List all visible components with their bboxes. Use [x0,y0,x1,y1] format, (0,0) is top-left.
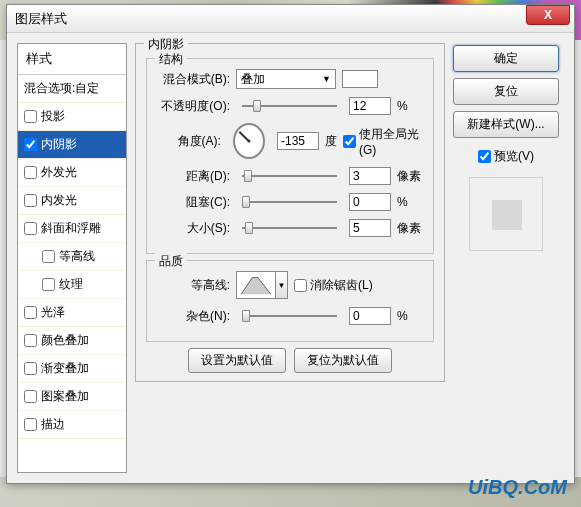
style-item-label: 内阴影 [41,136,77,153]
noise-input[interactable] [349,307,391,325]
style-item-check[interactable] [24,418,37,431]
blend-color-swatch[interactable] [342,70,378,88]
anti-alias-checkbox[interactable]: 消除锯齿(L) [294,277,373,294]
style-item-4[interactable]: 内发光 [18,187,126,215]
main-panel: 内阴影 结构 混合模式(B): 叠加 ▼ 不透明度(O): [135,43,445,473]
global-light-checkbox[interactable]: 使用全局光(G) [343,126,425,157]
style-item-12[interactable]: 描边 [18,411,126,439]
style-item-label: 投影 [41,108,65,125]
style-list: 样式 混合选项:自定投影内阴影外发光内发光斜面和浮雕等高线纹理光泽颜色叠加渐变叠… [17,43,127,473]
anti-alias-label: 消除锯齿(L) [310,277,373,294]
right-column: 确定 复位 新建样式(W)... 预览(V) [453,43,559,473]
style-item-0[interactable]: 混合选项:自定 [18,75,126,103]
style-item-1[interactable]: 投影 [18,103,126,131]
style-item-label: 图案叠加 [41,388,89,405]
cancel-button[interactable]: 复位 [453,78,559,105]
opacity-label: 不透明度(O): [155,98,230,115]
preview-checkbox[interactable]: 预览(V) [453,148,559,165]
style-item-label: 描边 [41,416,65,433]
style-item-check[interactable] [24,110,37,123]
blend-mode-combo[interactable]: 叠加 ▼ [236,69,336,89]
size-input[interactable] [349,219,391,237]
style-item-label: 纹理 [59,276,83,293]
distance-unit: 像素 [397,168,425,185]
choke-slider[interactable] [242,201,337,203]
opacity-slider[interactable] [242,105,337,107]
angle-dial[interactable] [233,123,265,159]
slider-thumb[interactable] [253,100,261,112]
distance-input[interactable] [349,167,391,185]
style-list-header: 样式 [18,44,126,75]
style-item-check[interactable] [24,138,37,151]
layer-style-dialog: 图层样式 X 样式 混合选项:自定投影内阴影外发光内发光斜面和浮雕等高线纹理光泽… [6,4,575,484]
quality-title: 品质 [155,253,187,270]
set-default-button[interactable]: 设置为默认值 [188,348,286,373]
slider-thumb[interactable] [245,222,253,234]
style-item-check[interactable] [24,334,37,347]
style-item-label: 斜面和浮雕 [41,220,101,237]
style-item-label: 渐变叠加 [41,360,89,377]
angle-input[interactable] [277,132,319,150]
choke-unit: % [397,195,425,209]
size-slider[interactable] [242,227,337,229]
style-item-5[interactable]: 斜面和浮雕 [18,215,126,243]
choke-input[interactable] [349,193,391,211]
window-title: 图层样式 [15,10,67,28]
choke-label: 阻塞(C): [155,194,230,211]
style-item-label: 混合选项:自定 [24,80,99,97]
style-item-label: 光泽 [41,304,65,321]
anti-alias-check[interactable] [294,279,307,292]
angle-center [247,140,250,143]
style-item-check[interactable] [42,278,55,291]
style-item-6[interactable]: 等高线 [18,243,126,271]
blend-mode-label: 混合模式(B): [155,71,230,88]
noise-unit: % [397,309,425,323]
style-item-label: 颜色叠加 [41,332,89,349]
noise-slider[interactable] [242,315,337,317]
chevron-down-icon: ▼ [322,74,331,84]
style-item-9[interactable]: 颜色叠加 [18,327,126,355]
style-item-3[interactable]: 外发光 [18,159,126,187]
global-light-label: 使用全局光(G) [359,126,425,157]
style-item-check[interactable] [24,166,37,179]
contour-label: 等高线: [155,277,230,294]
new-style-button[interactable]: 新建样式(W)... [453,111,559,138]
contour-picker[interactable] [236,271,276,299]
preview-label: 预览(V) [494,148,534,165]
quality-group: 品质 等高线: ▼ 消除锯齿(L) 杂色(N): [146,260,434,342]
close-button[interactable]: X [526,5,570,25]
size-unit: 像素 [397,220,425,237]
preview-check[interactable] [478,150,491,163]
slider-thumb[interactable] [244,170,252,182]
style-item-label: 外发光 [41,164,77,181]
slider-thumb[interactable] [242,196,250,208]
style-item-check[interactable] [24,362,37,375]
style-item-check[interactable] [24,222,37,235]
opacity-input[interactable] [349,97,391,115]
style-item-2[interactable]: 内阴影 [18,131,126,159]
blend-mode-value: 叠加 [241,71,265,88]
style-item-7[interactable]: 纹理 [18,271,126,299]
contour-dropdown[interactable]: ▼ [276,271,288,299]
style-item-11[interactable]: 图案叠加 [18,383,126,411]
slider-thumb[interactable] [242,310,250,322]
preview-swatch [492,200,522,230]
angle-label: 角度(A): [155,133,221,150]
close-icon: X [544,8,552,22]
size-label: 大小(S): [155,220,230,237]
distance-slider[interactable] [242,175,337,177]
style-item-10[interactable]: 渐变叠加 [18,355,126,383]
style-item-check[interactable] [24,306,37,319]
content: 样式 混合选项:自定投影内阴影外发光内发光斜面和浮雕等高线纹理光泽颜色叠加渐变叠… [7,33,574,483]
angle-unit: 度 [325,133,337,150]
style-item-label: 等高线 [59,248,95,265]
style-item-check[interactable] [24,390,37,403]
style-item-8[interactable]: 光泽 [18,299,126,327]
opacity-unit: % [397,99,425,113]
noise-label: 杂色(N): [155,308,230,325]
ok-button[interactable]: 确定 [453,45,559,72]
reset-default-button[interactable]: 复位为默认值 [294,348,392,373]
style-item-check[interactable] [24,194,37,207]
style-item-check[interactable] [42,250,55,263]
global-light-check[interactable] [343,135,356,148]
